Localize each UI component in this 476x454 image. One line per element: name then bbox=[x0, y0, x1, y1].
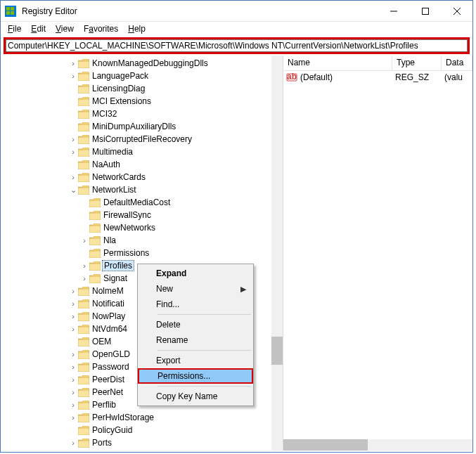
menu-edit[interactable]: Edit bbox=[27, 22, 50, 35]
tree-node[interactable]: Permissions bbox=[1, 247, 283, 259]
values-pane[interactable]: Name Type Data ab (Default) REG_SZ (valu bbox=[283, 56, 472, 450]
chevron-right-icon[interactable]: › bbox=[68, 376, 78, 384]
chevron-right-icon[interactable]: › bbox=[68, 414, 78, 422]
chevron-right-icon[interactable]: › bbox=[68, 136, 78, 143]
tree-node[interactable]: PolicyGuid bbox=[1, 424, 283, 436]
tree-node[interactable]: NewNetworks bbox=[1, 221, 283, 234]
submenu-arrow-icon: ▶ bbox=[240, 285, 246, 294]
menu-help[interactable]: Help bbox=[124, 22, 150, 35]
folder-icon bbox=[78, 109, 89, 119]
chevron-right-icon[interactable]: › bbox=[68, 351, 78, 358]
chevron-right-icon[interactable]: › bbox=[68, 72, 78, 80]
tree-node[interactable]: ›Prefetcher bbox=[1, 449, 283, 450]
close-button[interactable] bbox=[441, 1, 472, 21]
tree-scroll-thumb[interactable] bbox=[271, 337, 283, 365]
ctx-expand[interactable]: Expand bbox=[139, 266, 252, 281]
ctx-permissions[interactable]: Permissions... bbox=[138, 368, 253, 384]
tree-node[interactable]: ⌄NetworkList bbox=[1, 183, 283, 196]
tree-node[interactable]: ›KnownManagedDebuggingDlls bbox=[1, 57, 283, 70]
titlebar: Registry Editor bbox=[1, 1, 472, 22]
folder-icon bbox=[89, 273, 101, 283]
tree-node-label: MCI32 bbox=[91, 109, 118, 119]
tree-node[interactable]: ›LanguagePack bbox=[1, 70, 283, 82]
svg-rect-2 bbox=[6, 11, 10, 15]
chevron-right-icon[interactable]: › bbox=[79, 237, 89, 245]
ctx-find[interactable]: Find... bbox=[139, 297, 252, 312]
col-data[interactable]: Data bbox=[442, 56, 472, 70]
menu-favorites[interactable]: Favorites bbox=[79, 22, 122, 35]
folder-icon bbox=[78, 299, 89, 309]
tree-node-label: Ports bbox=[91, 438, 113, 448]
tree-node[interactable]: LicensingDiag bbox=[1, 82, 283, 95]
chevron-right-icon[interactable]: › bbox=[68, 174, 78, 181]
value-data: (valu bbox=[444, 72, 463, 82]
minimize-button[interactable] bbox=[378, 1, 409, 21]
svg-rect-5 bbox=[422, 8, 428, 14]
tree-node[interactable]: FirewallSync bbox=[1, 209, 283, 221]
tree-node[interactable]: MCI32 bbox=[1, 108, 283, 120]
folder-icon bbox=[78, 84, 89, 93]
folder-icon bbox=[78, 96, 89, 106]
svg-rect-3 bbox=[11, 11, 14, 15]
ctx-separator bbox=[157, 350, 251, 351]
tree-node[interactable]: ›NetworkCards bbox=[1, 171, 283, 183]
chevron-right-icon[interactable]: › bbox=[79, 262, 89, 270]
tree-node-label: PerHwIdStorage bbox=[91, 413, 155, 422]
chevron-right-icon[interactable]: › bbox=[68, 389, 78, 396]
tree-node-label: Profiles bbox=[102, 260, 134, 271]
values-hscrollbar[interactable] bbox=[283, 439, 472, 450]
tree-scrollbar[interactable] bbox=[271, 56, 283, 450]
col-name[interactable]: Name bbox=[283, 56, 392, 70]
chevron-right-icon[interactable]: › bbox=[68, 439, 78, 447]
tree-node[interactable]: ›PerHwIdStorage bbox=[1, 411, 283, 424]
chevron-down-icon[interactable]: ⌄ bbox=[68, 186, 78, 194]
registry-editor-window: Registry Editor File Edit View Favorites… bbox=[0, 0, 473, 453]
folder-icon bbox=[89, 235, 101, 245]
tree-node[interactable]: ›Multimedia bbox=[1, 145, 283, 158]
menu-view[interactable]: View bbox=[51, 22, 78, 35]
tree-node[interactable]: NaAuth bbox=[1, 158, 283, 171]
values-hscroll-thumb[interactable] bbox=[283, 439, 368, 450]
folder-icon bbox=[78, 122, 89, 131]
chevron-right-icon[interactable]: › bbox=[68, 287, 78, 295]
chevron-right-icon[interactable]: › bbox=[68, 363, 78, 371]
tree-node-label: NewNetworks bbox=[102, 223, 157, 233]
chevron-right-icon[interactable]: › bbox=[68, 325, 78, 333]
chevron-right-icon[interactable]: › bbox=[79, 275, 89, 283]
folder-icon bbox=[89, 197, 101, 207]
tree-node-label: DefaultMediaCost bbox=[102, 197, 172, 207]
folder-icon bbox=[78, 160, 89, 169]
chevron-right-icon[interactable]: › bbox=[68, 401, 78, 409]
ctx-export[interactable]: Export bbox=[139, 353, 252, 368]
folder-icon bbox=[89, 223, 101, 233]
tree-node[interactable]: MiniDumpAuxiliaryDlls bbox=[1, 120, 283, 133]
menubar: File Edit View Favorites Help bbox=[1, 22, 472, 36]
ctx-delete[interactable]: Delete bbox=[139, 317, 252, 332]
tree-node[interactable]: ›MsiCorruptedFileRecovery bbox=[1, 133, 283, 145]
tree-node[interactable]: ›Ports bbox=[1, 436, 283, 449]
tree-node-label: PolicyGuid bbox=[91, 425, 134, 435]
chevron-right-icon[interactable]: › bbox=[68, 300, 78, 308]
tree-node[interactable]: DefaultMediaCost bbox=[1, 196, 283, 209]
value-row[interactable]: ab (Default) REG_SZ (valu bbox=[283, 71, 472, 84]
col-type[interactable]: Type bbox=[392, 56, 442, 70]
chevron-right-icon[interactable]: › bbox=[68, 313, 78, 320]
folder-icon bbox=[78, 311, 89, 321]
window-title: Registry Editor bbox=[22, 6, 378, 16]
tree-node[interactable]: MCI Extensions bbox=[1, 95, 283, 108]
ctx-new[interactable]: New▶ bbox=[139, 281, 252, 297]
chevron-right-icon[interactable]: › bbox=[68, 148, 78, 156]
tree-node-label: OpenGLD bbox=[91, 349, 131, 359]
menu-file[interactable]: File bbox=[4, 22, 25, 35]
address-input[interactable] bbox=[6, 39, 468, 52]
folder-icon bbox=[78, 147, 89, 157]
tree-node-label: Permissions bbox=[102, 248, 150, 258]
tree-node-label: NtVdm64 bbox=[91, 324, 129, 334]
maximize-button[interactable] bbox=[409, 1, 441, 21]
ctx-rename[interactable]: Rename bbox=[139, 332, 252, 348]
tree-node-label: OEM bbox=[91, 337, 112, 346]
folder-icon bbox=[78, 58, 89, 68]
ctx-copy-key-name[interactable]: Copy Key Name bbox=[139, 389, 252, 404]
chevron-right-icon[interactable]: › bbox=[68, 60, 78, 67]
tree-node[interactable]: ›Nla bbox=[1, 234, 283, 247]
